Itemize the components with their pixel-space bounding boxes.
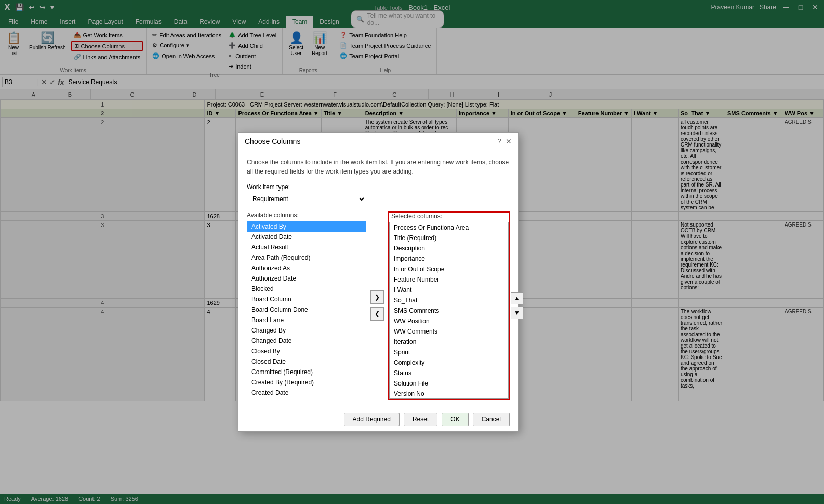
list-item[interactable]: Blocked: [247, 284, 366, 294]
updown-buttons: ▲ ▼: [511, 292, 523, 319]
list-item[interactable]: Authorized Date: [247, 273, 366, 284]
list-item[interactable]: Sprint: [390, 347, 508, 357]
list-item[interactable]: Version No: [390, 389, 508, 399]
move-up-button[interactable]: ▲: [511, 292, 523, 304]
list-item[interactable]: Complexity: [390, 357, 508, 368]
work-item-type-select[interactable]: Requirement Bug Task Feature Epic: [247, 193, 366, 205]
columns-section: Available columns: Activated By Activate…: [247, 211, 510, 400]
list-item[interactable]: WW Position: [390, 316, 508, 326]
list-item[interactable]: Authorized As: [247, 263, 366, 273]
list-item[interactable]: I Want: [390, 285, 508, 295]
available-columns-label: Available columns:: [247, 211, 366, 219]
modal-title: Choose Columns: [245, 137, 300, 145]
selected-columns-panel: Selected columns: Process Or Functiona A…: [388, 211, 510, 400]
list-item[interactable]: Changed Date: [247, 336, 366, 346]
list-item[interactable]: Activated Date: [247, 232, 366, 242]
ok-button[interactable]: OK: [442, 413, 468, 426]
list-item[interactable]: Status: [390, 368, 508, 378]
modal-overlay: Choose Columns ? ✕ Choose the columns to…: [0, 0, 824, 504]
list-item[interactable]: SMS Comments: [390, 306, 508, 316]
move-down-button[interactable]: ▼: [511, 307, 523, 319]
available-columns-panel: Available columns: Activated By Activate…: [247, 211, 366, 400]
list-item[interactable]: Board Lane: [247, 315, 366, 325]
list-item[interactable]: So_That: [390, 295, 508, 306]
list-item[interactable]: Description: [390, 243, 508, 254]
selected-columns-list[interactable]: Process Or Functiona Area Title (Require…: [389, 222, 509, 399]
list-item[interactable]: Board Column Done: [247, 304, 366, 315]
list-item[interactable]: Created By (Required): [247, 377, 366, 388]
work-item-type-label: Work item type:: [247, 183, 510, 191]
list-item[interactable]: Feature Number: [390, 274, 508, 285]
list-item[interactable]: Title (Required): [390, 233, 508, 243]
list-item[interactable]: Committed (Required): [247, 367, 366, 377]
list-item[interactable]: Created Date: [247, 388, 366, 397]
reset-button[interactable]: Reset: [404, 413, 437, 426]
list-item[interactable]: Solution File: [390, 378, 508, 389]
list-item[interactable]: WW Comments: [390, 326, 508, 337]
modal-description: Choose the columns to include in the wor…: [247, 157, 510, 176]
list-item[interactable]: Board Column: [247, 294, 366, 304]
list-item[interactable]: Iteration: [390, 337, 508, 347]
move-right-button[interactable]: ❯: [370, 290, 384, 304]
columns-arrows: ❯ ❮: [366, 211, 388, 400]
list-item[interactable]: Area Path (Required): [247, 253, 366, 263]
modal-body: Choose the columns to include in the wor…: [238, 150, 518, 407]
modal-title-bar: Choose Columns ? ✕: [238, 133, 518, 150]
available-columns-list[interactable]: Activated By Activated Date Actual Resul…: [247, 221, 366, 397]
modal-footer: Add Required Reset OK Cancel: [238, 407, 518, 431]
cancel-button[interactable]: Cancel: [473, 413, 510, 426]
list-item[interactable]: Closed By: [247, 346, 366, 356]
list-item[interactable]: Closed Date: [247, 356, 366, 367]
add-required-button[interactable]: Add Required: [344, 413, 400, 426]
move-left-button[interactable]: ❮: [370, 307, 384, 321]
list-item[interactable]: Actual Result: [247, 242, 366, 253]
modal-close-button[interactable]: ✕: [506, 137, 512, 145]
list-item[interactable]: Importance: [390, 254, 508, 264]
list-item[interactable]: Activated By: [247, 221, 366, 232]
choose-columns-modal: Choose Columns ? ✕ Choose the columns to…: [238, 132, 519, 432]
selected-columns-label: Selected columns:: [389, 213, 509, 220]
list-item[interactable]: Changed By: [247, 325, 366, 336]
modal-controls: ? ✕: [498, 137, 512, 145]
list-item[interactable]: In or Out of Scope: [390, 264, 508, 274]
list-item[interactable]: Process Or Functiona Area: [390, 222, 508, 233]
modal-help-button[interactable]: ?: [498, 138, 501, 145]
